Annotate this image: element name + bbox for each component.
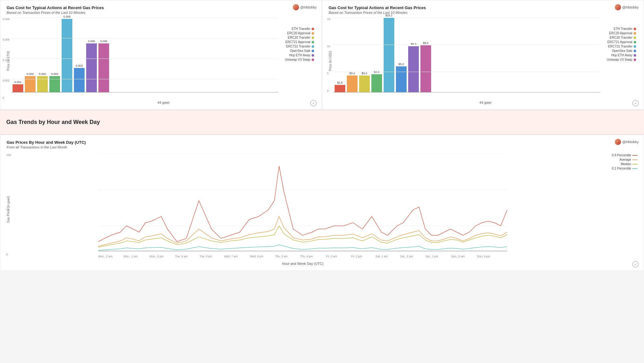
rgrid-2 (333, 45, 600, 45)
legend-item-7: Hop ETH Away (285, 53, 314, 57)
left-chart-title: Gas Cost for Typical Actions at Recent G… (7, 5, 315, 10)
grid-line-1 (11, 18, 278, 18)
left-chart-body: 0.008 0.006 0.004 0.002 0 0.00 (11, 18, 315, 104)
svg-text:Thu. 5 am: Thu. 5 am (275, 255, 288, 258)
rbar-5: $15.1 (384, 14, 394, 92)
bar-uniswap: 0.006 (98, 40, 109, 92)
author-avatar-bottom (615, 139, 621, 145)
trends-title: Gas Trends by Hour and Week Day (6, 119, 638, 126)
bar-erc20-approval: 0.002 (25, 72, 36, 92)
bar-val-3: 0.002 (39, 72, 46, 75)
ry-label-2: 10 (327, 45, 330, 48)
bar-rect-2 (25, 76, 36, 92)
left-chart-legend: ETH Transfer ERC20 Approval ERC20 Transf… (285, 27, 314, 62)
svg-text:Sat. 1 am: Sat. 1 am (376, 255, 388, 258)
legend-dot-5 (312, 45, 314, 48)
author-name-right: @hildobby (622, 5, 639, 9)
y-label-5: 0 (3, 96, 4, 99)
rgrid-3 (333, 72, 600, 72)
legend-dot-4 (312, 41, 314, 43)
legend-dot-3 (312, 36, 314, 39)
bottom-chart-area: Gas Price (in gwei) 100 50 0 (7, 154, 637, 265)
svg-text:Mon...1 am: Mon...1 am (124, 255, 138, 258)
bottom-chart-body: 100 50 0 Mon...2 am Mon...1 am (12, 154, 637, 265)
author-avatar-left (293, 4, 299, 10)
right-x-axis-gwei: 44 gwei (333, 101, 637, 104)
bar-hop: 0.006 (86, 40, 97, 92)
blegend-3: Median (612, 162, 637, 166)
legend-label-3: ERC20 Transfer (288, 36, 310, 39)
svg-text:Tue. 8 pm: Tue. 8 pm (200, 255, 212, 258)
bar-rect-8 (98, 43, 109, 92)
bottom-chart-legend: 0.9 Percentile Average Median 0.1 Percen… (612, 154, 637, 171)
author-name-bottom: @hildobby (622, 140, 639, 144)
legend-label-1: ETH Transfer (292, 27, 310, 31)
top-charts-row: Gas Cost for Typical Actions at Recent G… (0, 0, 644, 110)
svg-text:Fri. 2 pm: Fri. 2 pm (351, 255, 363, 258)
right-chart-subtitle: Based on Transaction Prices of the Last … (329, 11, 637, 14)
bar-rect-3 (37, 76, 48, 92)
bottom-chart-subtitle: From all Transactions in the Last Month (7, 145, 637, 149)
rlegend-1: ETH Transfer (607, 27, 636, 31)
bar-val-8: 0.006 (100, 40, 108, 43)
rlegend-2: ERC20 Approval (607, 31, 636, 35)
legend-item-6: OpenSea Sale (285, 49, 314, 53)
rlegend-3: ERC20 Transfer (607, 36, 636, 39)
rbar-1: $1.5 (335, 81, 345, 92)
svg-text:Sat...2 pm: Sat...2 pm (400, 255, 413, 258)
svg-text:Sun. 9 pm: Sun. 9 pm (477, 255, 490, 258)
legend-label-6: OpenSea Sale (290, 49, 310, 53)
rbar-2: $3.4 (347, 72, 358, 92)
left-bar-chart-area: Price (in ETH) 0.008 0.006 0.004 0.002 0 (7, 18, 315, 104)
by-label-3: 0 (6, 253, 8, 256)
author-name-left: @hildobby (300, 5, 317, 9)
bar-rect-1 (13, 84, 23, 92)
svg-text:Sun...0 am: Sun...0 am (451, 255, 465, 258)
svg-text:Wed. 6 pm: Wed. 6 pm (250, 255, 264, 258)
y-label-3: 0.004 (3, 59, 10, 62)
svg-text:Tue. 9 am: Tue. 9 am (175, 255, 188, 258)
legend-item-5: ERC721 Transfer (285, 45, 314, 48)
by-label-2: 50 (6, 208, 9, 211)
right-y-axis-label: Price (in USD) (329, 18, 332, 104)
ry-label-1: 15 (327, 18, 330, 21)
grid-line-3 (11, 59, 278, 59)
legend-dot-2 (312, 32, 314, 35)
by-label-1: 100 (6, 154, 11, 157)
right-chart-legend: ETH Transfer ERC20 Approval ERC20 Transf… (607, 27, 636, 62)
grid-line-5 (11, 92, 278, 92)
rlegend-6: OpenSea Sale (607, 49, 636, 53)
y-label-4: 0.002 (3, 79, 10, 82)
grid-line-4 (11, 79, 278, 79)
legend-label-4: ERC721 Approval (286, 40, 311, 44)
bar-erc721-transfer: 0.009 (62, 15, 72, 92)
svg-text:Wed. 7 am: Wed. 7 am (224, 255, 238, 258)
legend-label-5: ERC721 Transfer (286, 45, 310, 48)
bottom-check-icon: ✓ (632, 261, 639, 267)
left-check-icon: ✓ (310, 100, 317, 106)
bar-val-4: 0.002 (51, 72, 58, 75)
legend-dot-8 (312, 59, 314, 61)
bar-opensea: 0.003 (74, 64, 85, 92)
right-bar-chart-area: Price (in USD) 15 10 5 0 $1 (329, 18, 637, 104)
left-x-axis-gwei: 44 gwei (11, 101, 315, 104)
legend-dot-6 (312, 50, 314, 52)
legend-item-8: Uniswap V3 Swap (285, 58, 314, 61)
right-bars: $1.5 $3.4 $3.4 $3.6 (333, 18, 637, 92)
right-check-icon: ✓ (632, 100, 639, 106)
author-avatar-right (615, 4, 621, 10)
y-label-2: 0.006 (3, 38, 10, 41)
bottom-chart-title: Gas Prices By Hour and Week Day (UTC) (7, 140, 637, 145)
bar-rect-5 (62, 19, 72, 92)
legend-item-1: ETH Transfer (285, 27, 314, 31)
bar-rect-6 (74, 68, 85, 92)
rlegend-5: ERC721 Transfer (607, 45, 636, 48)
left-chart-author: @hildobby (293, 4, 317, 10)
legend-item-2: ERC20 Approval (285, 31, 314, 35)
trends-header: Gas Trends by Hour and Week Day (0, 110, 644, 135)
bar-erc721-approval: 0.002 (49, 72, 60, 92)
rbar-4: $3.6 (371, 70, 382, 92)
rbar-6: $5.2 (396, 63, 407, 92)
svg-text:Mon...0 pm: Mon...0 pm (150, 255, 164, 258)
rbar-3: $3.4 (359, 72, 370, 92)
